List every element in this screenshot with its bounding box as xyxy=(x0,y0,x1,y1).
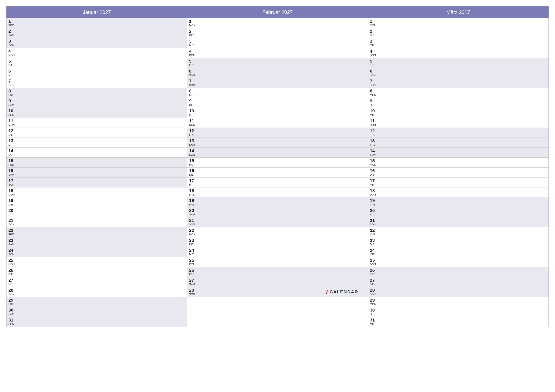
day-number: 28 xyxy=(8,288,16,292)
day-row: 22MON xyxy=(368,227,548,237)
day-name: MIT xyxy=(189,114,197,117)
day-info: 3MIT xyxy=(189,39,197,47)
day-info: 4DON xyxy=(189,49,197,57)
day-row: 17MIT xyxy=(187,178,368,187)
day-name: DON xyxy=(189,263,197,266)
day-number: 3 xyxy=(189,39,197,43)
day-number: 20 xyxy=(8,208,16,213)
day-row: 7SON xyxy=(368,78,548,88)
day-name: MON xyxy=(370,93,378,97)
calendar-logo-text: CALENDAR xyxy=(330,289,358,294)
day-name: DON xyxy=(8,293,16,296)
day-number: 1 xyxy=(8,19,16,24)
day-name: DON xyxy=(370,263,378,266)
calendar-logo: 7CALENDAR xyxy=(325,289,358,295)
day-number: 30 xyxy=(8,308,16,312)
day-row: 14SON xyxy=(187,148,368,157)
day-row: 18MON xyxy=(7,187,187,197)
day-info: 15MON xyxy=(370,158,378,166)
day-row: 11DON xyxy=(368,118,548,128)
day-info: 5FRE xyxy=(370,59,378,67)
day-name: MIT xyxy=(370,253,378,256)
day-row: 23DIE xyxy=(187,237,368,247)
day-info: 21DON xyxy=(8,218,16,226)
day-name: SON xyxy=(370,293,378,296)
day-name: DON xyxy=(8,84,16,87)
day-name: MIT xyxy=(370,44,378,47)
day-name: SON xyxy=(189,84,197,87)
day-number: 18 xyxy=(370,188,378,193)
day-row: 20MIT xyxy=(7,207,187,217)
calendar-logo-icon: 7 xyxy=(325,289,329,295)
day-name: DIE xyxy=(8,133,16,136)
day-info: 27MIT xyxy=(8,278,16,286)
day-row: 16DIE xyxy=(368,168,548,178)
day-number: 15 xyxy=(189,158,197,163)
day-row: 21SON xyxy=(368,217,548,227)
day-info: 28SON xyxy=(370,288,378,296)
day-row: 1FRE xyxy=(7,18,187,28)
day-info: 2DIE xyxy=(370,29,378,37)
day-row: 26FRE xyxy=(368,267,548,277)
day-name: DON xyxy=(370,123,378,127)
day-number: 26 xyxy=(370,268,378,272)
day-number: 10 xyxy=(370,109,378,113)
day-name: DIE xyxy=(370,173,378,176)
day-info: 15FRE xyxy=(8,158,16,166)
day-info: 1MON xyxy=(189,19,197,27)
day-info: 16DIE xyxy=(370,169,378,176)
day-name: MIT xyxy=(189,44,197,47)
day-info: 25DON xyxy=(189,258,197,266)
day-number: 5 xyxy=(370,59,378,63)
day-number: 27 xyxy=(370,278,378,282)
day-row: 2DIE xyxy=(368,28,548,38)
day-number: 6 xyxy=(370,69,378,73)
day-info: 11DON xyxy=(189,119,197,127)
day-info: 5DIE xyxy=(8,59,16,67)
day-row: 28SON xyxy=(368,287,548,297)
day-number: 7 xyxy=(370,79,378,83)
day-row: 19DIE xyxy=(7,197,187,207)
day-info: 28DON xyxy=(8,288,16,296)
day-info: 21SON xyxy=(189,218,197,226)
day-info: 23DIE xyxy=(370,238,378,246)
day-row: 26DIE xyxy=(7,267,187,277)
day-name: SAM xyxy=(8,34,16,37)
day-name: FRE xyxy=(189,203,197,206)
day-name: SON xyxy=(189,223,197,226)
day-name: SAM xyxy=(370,283,378,286)
day-info: 13SAM xyxy=(370,139,378,147)
day-number: 9 xyxy=(189,99,197,103)
day-info: 9DIE xyxy=(370,99,378,107)
day-row: 6SAM xyxy=(368,68,548,78)
day-row: 25MON xyxy=(7,257,187,267)
day-name: DON xyxy=(189,193,197,196)
day-info: 8FRE xyxy=(8,89,16,97)
day-info: 19FRE xyxy=(370,198,378,206)
day-number: 24 xyxy=(370,248,378,253)
day-row: 5DIE xyxy=(7,58,187,68)
day-row: 15MON xyxy=(187,157,368,168)
day-number: 30 xyxy=(370,308,378,312)
day-row: 6MIT xyxy=(7,68,187,78)
day-name: SON xyxy=(370,84,378,87)
day-row: 13SAM xyxy=(187,138,368,148)
day-info: 22MON xyxy=(189,228,197,236)
day-info: 30SAM xyxy=(8,308,16,316)
day-row: 14DON xyxy=(7,148,187,157)
day-row: 14SON xyxy=(368,148,548,157)
day-name: MON xyxy=(8,193,16,196)
day-name: DIE xyxy=(189,34,197,37)
month-header-maerz: März 2027 xyxy=(368,7,548,18)
day-row: 27SAM xyxy=(187,277,368,287)
day-number: 16 xyxy=(370,169,378,173)
day-name: SAM xyxy=(8,104,16,107)
day-row: 25DON xyxy=(368,257,548,267)
day-name: MON xyxy=(370,24,378,27)
day-row: 11DON xyxy=(187,118,368,128)
day-row: 16DIE xyxy=(187,168,368,178)
day-number: 15 xyxy=(8,158,16,163)
day-name: SON xyxy=(370,223,378,226)
day-name: MIT xyxy=(189,253,197,256)
day-number: 31 xyxy=(370,318,378,322)
